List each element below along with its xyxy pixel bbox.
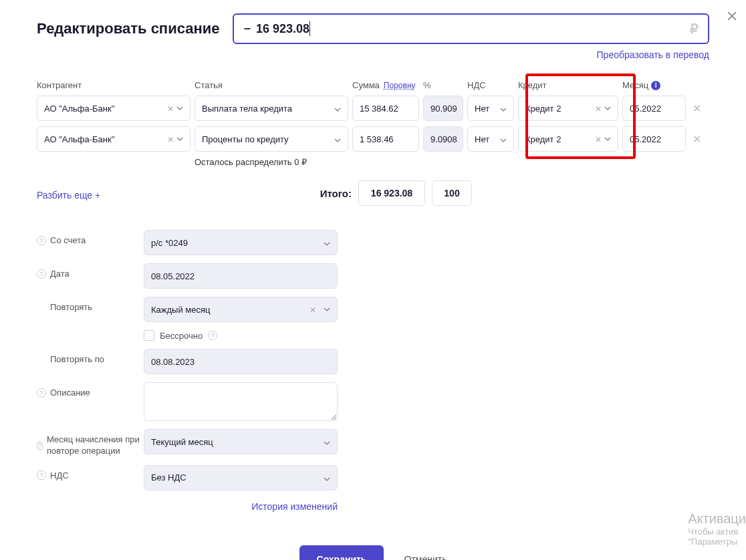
split-row: АО "Альфа-Банк"✕ Выплата тела кредита 15… — [37, 96, 709, 121]
save-button[interactable]: Сохранить — [299, 545, 384, 560]
article-select[interactable]: Выплата тела кредита — [195, 96, 348, 121]
clear-icon[interactable]: ✕ — [167, 135, 174, 144]
accrual-month-label: Месяц начисления при повторе операции — [47, 434, 144, 457]
header-credit: Кредит — [518, 80, 618, 90]
header-vat: НДС — [467, 80, 514, 90]
help-icon[interactable]: ? — [37, 388, 46, 398]
amount-sign: − — [243, 22, 251, 36]
help-icon[interactable]: ? — [37, 236, 46, 245]
convert-to-transfer-link[interactable]: Преобразовать в перевод — [37, 49, 709, 60]
page-title: Редактировать списание — [37, 20, 219, 37]
header-month: Месяц — [622, 80, 648, 90]
help-icon[interactable]: ? — [37, 441, 43, 450]
watermark: Активаци Чтобы актив "Параметры — [688, 511, 746, 547]
vat-form-label: НДС — [50, 470, 69, 480]
clear-icon[interactable]: ✕ — [167, 104, 174, 114]
info-icon[interactable]: i — [651, 81, 660, 90]
amount-input[interactable]: − 16 923.08 ₽ — [233, 13, 709, 44]
remaining-text: Осталось распределить 0 ₽ — [37, 157, 465, 167]
month-input[interactable]: 05.2022 — [622, 126, 686, 152]
chevron-down-icon — [324, 239, 330, 246]
account-label: Со счета — [50, 235, 86, 245]
ruble-icon: ₽ — [690, 21, 699, 37]
help-icon[interactable]: ? — [208, 331, 217, 340]
credit-select[interactable]: Кредит 2✕ — [518, 96, 618, 121]
sum-input[interactable]: 15 384.62 — [352, 96, 419, 121]
clear-icon[interactable]: ✕ — [595, 104, 602, 114]
chevron-down-icon — [500, 105, 507, 112]
header-percent: % — [423, 80, 463, 90]
clear-icon[interactable]: ✕ — [309, 305, 316, 315]
chevron-down-icon — [324, 474, 330, 481]
total-sum: 16 923.08 — [358, 180, 425, 206]
account-select[interactable]: р/с *0249 — [144, 230, 338, 255]
repeat-label: Повторять — [50, 302, 92, 312]
chevron-down-icon — [324, 305, 330, 311]
month-input[interactable]: 05.2022 — [622, 96, 686, 121]
split-row: АО "Альфа-Банк"✕ Проценты по кредиту 1 5… — [37, 126, 709, 152]
evenly-link[interactable]: Поровну — [384, 81, 416, 90]
header-article: Статья — [195, 80, 348, 90]
close-icon[interactable]: ✕ — [726, 8, 738, 25]
total-label: Итого: — [320, 188, 352, 199]
infinite-label: Бессрочно — [160, 331, 203, 341]
accrual-month-select[interactable]: Текущий месяц — [144, 429, 338, 454]
delete-row-icon[interactable]: ✕ — [690, 133, 703, 146]
chevron-down-icon — [176, 134, 183, 141]
help-icon[interactable]: ? — [37, 470, 46, 480]
chevron-down-icon — [334, 136, 341, 142]
counterparty-select[interactable]: АО "Альфа-Банк"✕ — [37, 126, 191, 152]
chevron-down-icon — [334, 105, 341, 112]
repeat-until-label: Повторять по — [50, 354, 104, 364]
article-select[interactable]: Проценты по кредиту — [195, 126, 348, 152]
help-icon[interactable]: ? — [37, 269, 46, 279]
description-textarea[interactable] — [144, 382, 338, 421]
vat-form-select[interactable]: Без НДС — [144, 465, 338, 491]
vat-select[interactable]: Нет — [467, 96, 514, 121]
clear-icon[interactable]: ✕ — [595, 135, 602, 144]
amount-value: 16 923.08 — [256, 22, 309, 36]
history-link[interactable]: История изменений — [37, 501, 338, 512]
percent-input[interactable]: 9.0908 — [423, 126, 463, 152]
date-input[interactable]: 08.05.2022 — [144, 263, 338, 289]
delete-row-icon[interactable]: ✕ — [690, 102, 703, 115]
chevron-down-icon — [500, 136, 507, 142]
date-label: Дата — [50, 269, 70, 279]
vat-select[interactable]: Нет — [467, 126, 514, 152]
header-sum: Сумма — [352, 80, 380, 90]
counterparty-select[interactable]: АО "Альфа-Банк"✕ — [37, 96, 191, 121]
repeat-until-input[interactable]: 08.08.2023 — [144, 349, 338, 374]
chevron-down-icon — [176, 104, 183, 110]
percent-input[interactable]: 90.909 — [423, 96, 463, 121]
infinite-checkbox[interactable] — [144, 330, 154, 341]
split-more-link[interactable]: Разбить еще + — [37, 190, 100, 200]
total-percent: 100 — [432, 180, 472, 206]
description-label: Описание — [50, 388, 90, 398]
chevron-down-icon — [604, 104, 611, 110]
cancel-button[interactable]: Отменить — [404, 554, 447, 560]
chevron-down-icon — [324, 438, 330, 445]
sum-input[interactable]: 1 538.46 — [352, 126, 419, 152]
header-counterparty: Контрагент — [37, 80, 191, 90]
repeat-select[interactable]: Каждый месяц✕ — [144, 297, 338, 322]
credit-select[interactable]: Кредит 2✕ — [518, 126, 618, 152]
chevron-down-icon — [604, 134, 611, 141]
